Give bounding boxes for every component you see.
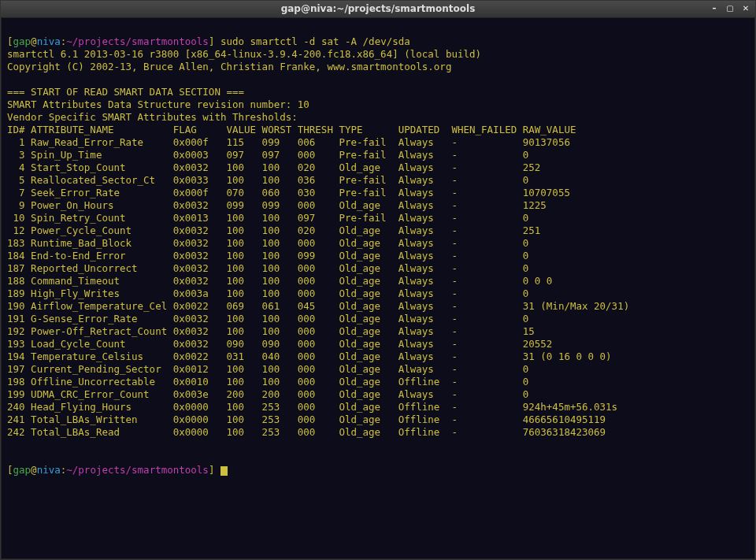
cursor-icon [220,466,228,477]
prompt-line-1: [gap@niva:~/projects/smartmontools] sudo… [7,35,410,47]
terminal-window: gap@niva:~/projects/smartmontools – ▢ ✕ … [0,0,756,560]
command-text: sudo smartctl -d sat -A /dev/sda [220,35,410,47]
columns-header: ID# ATTRIBUTE_NAME FLAG VALUE WORST THRE… [7,124,576,135]
vendor-line: Vendor Specific SMART Attributes with Th… [7,111,298,123]
table-row: 187 Reported_Uncorrect 0x0032 100 100 00… [7,262,749,275]
table-row: 5 Reallocated_Sector_Ct 0x0033 100 100 0… [7,174,749,187]
maximize-button[interactable]: ▢ [724,4,736,15]
table-row: 194 Temperature_Celsius 0x0022 031 040 0… [7,350,749,363]
table-row: 12 Power_Cycle_Count 0x0032 100 100 020 … [7,224,749,237]
table-row: 190 Airflow_Temperature_Cel 0x0022 069 0… [7,300,749,313]
table-row: 191 G-Sense_Error_Rate 0x0032 100 100 00… [7,313,749,325]
table-row: 242 Total_LBAs_Read 0x0000 100 253 000 O… [7,426,749,439]
window-controls: – ▢ ✕ [708,4,752,15]
revision-line: SMART Attributes Data Structure revision… [7,98,309,110]
table-row: 193 Load_Cycle_Count 0x0032 090 090 000 … [7,338,749,350]
prompt-path: ~/projects/smartmontools [66,35,209,47]
titlebar[interactable]: gap@niva:~/projects/smartmontools – ▢ ✕ [1,1,755,18]
version-line: smartctl 6.1 2013-03-16 r3800 [x86_64-li… [7,48,481,60]
table-row: 192 Power-Off_Retract_Count 0x0032 100 1… [7,325,749,338]
prompt-user: gap [13,464,32,476]
window-title: gap@niva:~/projects/smartmontools [281,3,476,15]
copyright-line: Copyright (C) 2002-13, Bruce Allen, Chri… [7,61,451,72]
table-row: 3 Spin_Up_Time 0x0003 097 097 000 Pre-fa… [7,149,749,161]
smart-rows: 1 Raw_Read_Error_Rate 0x000f 115 099 006… [7,136,749,439]
table-row: 7 Seek_Error_Rate 0x000f 070 060 030 Pre… [7,187,749,199]
table-row: 9 Power_On_Hours 0x0032 099 099 000 Old_… [7,199,749,212]
blank-line [7,73,13,85]
table-row: 241 Total_LBAs_Written 0x0000 100 253 00… [7,414,749,426]
close-button[interactable]: ✕ [739,4,752,15]
table-row: 183 Runtime_Bad_Block 0x0032 100 100 000… [7,237,749,250]
prompt-host: niva [37,464,61,476]
blank-line-2 [7,451,13,463]
terminal-body[interactable]: [gap@niva:~/projects/smartmontools] sudo… [1,18,755,495]
table-row: 198 Offline_Uncorrectable 0x0010 100 100… [7,376,749,388]
table-row: 189 High_Fly_Writes 0x003a 100 100 000 O… [7,287,749,300]
prompt-host: niva [37,35,61,47]
prompt-path: ~/projects/smartmontools [66,464,209,476]
table-row: 188 Command_Timeout 0x0032 100 100 000 O… [7,275,749,287]
table-row: 184 End-to-End_Error 0x0032 100 100 099 … [7,250,749,262]
table-row: 199 UDMA_CRC_Error_Count 0x003e 200 200 … [7,388,749,401]
section-banner: === START OF READ SMART DATA SECTION === [7,86,244,98]
minimize-button[interactable]: – [708,4,721,15]
table-row: 4 Start_Stop_Count 0x0032 100 100 020 Ol… [7,161,749,174]
table-row: 10 Spin_Retry_Count 0x0013 100 100 097 P… [7,212,749,224]
table-row: 240 Head_Flying_Hours 0x0000 100 253 000… [7,401,749,414]
table-row: 1 Raw_Read_Error_Rate 0x000f 115 099 006… [7,136,749,149]
prompt-line-2: [gap@niva:~/projects/smartmontools] [7,464,228,476]
table-row: 197 Current_Pending_Sector 0x0012 100 10… [7,363,749,376]
prompt-user: gap [13,35,32,47]
